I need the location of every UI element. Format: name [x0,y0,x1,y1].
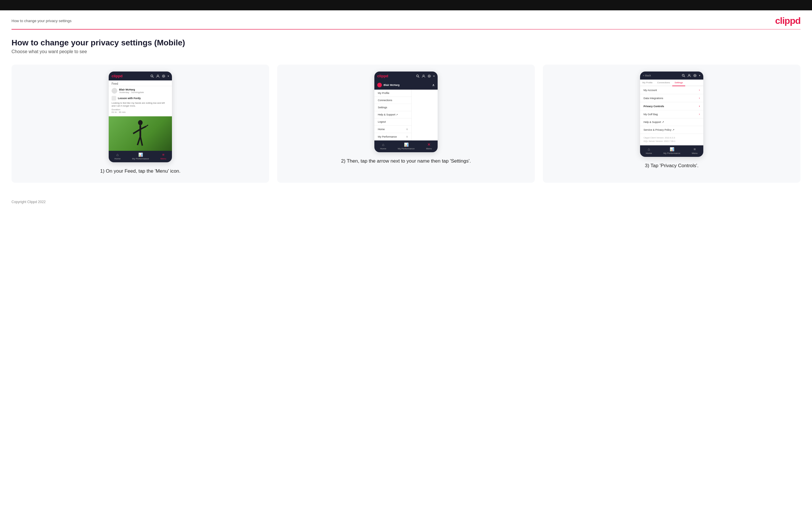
top-bar [0,0,812,10]
phone-1-username: Blair McHarg [119,88,144,91]
user-icon-2 [422,74,425,78]
phone-1-feed-label: Feed [109,80,172,86]
search-icon-3 [682,74,685,77]
svg-line-11 [146,125,148,126]
chevron-right-icon-4: › [699,113,700,116]
phone-1-image [109,116,172,151]
step-1-phone: clippd ▾ Feed Blair McHarg [109,71,172,162]
phone-2-bottom-home: ⌂ Home [380,143,386,150]
chevron-right-icon-2: › [699,97,700,100]
performance-icon-3: 📊 [670,147,674,151]
phone-1-nav-icons: ▾ [150,74,169,78]
menu-item-logout[interactable]: Logout [374,118,411,125]
phone-3-bottom-menu[interactable]: ≡ Menu [692,147,698,155]
user-icon [156,74,160,78]
phone-2-bottom-bar: ⌂ Home 📊 My Performance ✕ Menu [374,140,438,152]
svg-point-16 [428,75,431,77]
phone-1-performance-label: My Performance [132,157,149,160]
phone-1-feed-item: Blair McHarg Yesterday · Sunningdale Les… [109,86,172,116]
menu-item-connections[interactable]: Connections [374,97,411,104]
phone-2-nav-icons: ▾ [416,74,435,78]
phone-1-logo: clippd [111,74,122,78]
step-2-phone: clippd ▾ Blair McHarg ∧ [374,71,438,152]
menu-item-settings[interactable]: Settings [374,104,411,111]
phone-2-bottom-performance: 📊 My Performance [398,143,415,150]
svg-point-12 [417,75,419,77]
close-icon: ✕ [427,142,431,147]
phone-3-performance-label: My Performance [663,152,680,155]
privacy-controls-label: Privacy Controls [644,105,664,108]
svg-point-19 [689,74,690,76]
svg-point-2 [157,75,159,76]
settings-icon [162,74,165,78]
settings-item-service[interactable]: Service & Privacy Policy ↗ [640,126,703,134]
steps-grid: clippd ▾ Feed Blair McHarg [11,65,801,183]
breadcrumb: How to change your privacy settings [11,19,71,23]
menu-icon-3: ≡ [694,147,696,151]
step-1-caption: 1) On your Feed, tap the 'Menu' icon. [100,167,181,175]
tab-my-profile[interactable]: My Profile [640,79,655,86]
service-label: Service & Privacy Policy ↗ [644,128,674,131]
phone-2-username: Blair McHarg [384,83,400,87]
menu-item-my-profile[interactable]: My Profile [374,90,411,97]
phone-2-logo: clippd [377,74,388,78]
phone-1-bottom-bar: ⌂ Home 📊 My Performance ≡ Menu [109,151,172,162]
header: How to change your privacy settings clip… [0,10,812,29]
phone-1-lesson-row: Lesson with Fordy [111,95,169,102]
phone-3-nav-icons: ▾ [682,74,701,77]
phone-1-user-info: Blair McHarg Yesterday · Sunningdale [119,88,144,94]
step-2-caption: 2) Then, tap the arrow next to your name… [341,157,471,165]
menu-item-help-support[interactable]: Help & Support [374,111,411,118]
back-button[interactable]: < Back [643,74,651,77]
svg-point-17 [682,74,684,76]
menu-section-performance[interactable]: My Performance ∨ [374,133,411,140]
user-icon-3 [688,74,691,77]
help-label: Help & Support ↗ [644,121,664,123]
svg-point-21 [694,74,697,77]
svg-point-20 [695,75,696,76]
menu-home-label: Home [378,128,385,131]
phone-1-user-sub: Yesterday · Sunningdale [119,91,144,94]
step-3-caption: 3) Tap 'Privacy Controls'. [645,162,699,169]
phone-1-bottom-performance: 📊 My Performance [132,153,149,160]
svg-line-7 [133,129,140,133]
golf-bag-label: My Golf Bag [644,113,658,116]
page-title: How to change your privacy settings (Mob… [11,38,801,47]
settings-item-golf-bag[interactable]: My Golf Bag › [640,110,703,118]
phone-2-home-label: Home [380,147,386,150]
main-content: How to change your privacy settings (Mob… [0,38,812,194]
phone-3-bottom-home: ⌂ Home [646,147,652,155]
svg-point-3 [163,75,164,77]
svg-point-4 [162,75,165,77]
tab-connections[interactable]: Connections [655,79,672,86]
menu-section-home[interactable]: Home ∨ [374,125,411,133]
phone-3-bottom-bar: ⌂ Home 📊 My Performance ≡ Menu [640,145,703,157]
home-icon-3: ⌂ [648,147,650,151]
chevron-down-icon-2: ∨ [406,135,408,138]
settings-item-privacy-controls[interactable]: Privacy Controls › [640,102,703,110]
step-3-phone: < Back ▾ My Profile Connections Settings [640,71,703,157]
settings-item-my-account[interactable]: My Account › [640,86,703,94]
performance-icon: 📊 [138,153,143,157]
svg-point-5 [138,120,143,125]
phone-1-user-row: Blair McHarg Yesterday · Sunningdale [111,88,169,94]
phone-2-performance-label: My Performance [398,147,415,150]
phone-1-bottom-menu[interactable]: ≡ Menu [160,153,166,160]
phone-2-bottom-menu[interactable]: ✕ Menu [426,142,432,150]
phone-1-nav: clippd ▾ [109,71,172,80]
phone-3-menu-label: Menu [692,152,698,155]
home-icon-2: ⌂ [382,143,385,147]
settings-icon-3 [693,74,697,77]
chevron-right-icon-1: › [699,89,700,92]
settings-item-data-integrations[interactable]: Data Integrations › [640,94,703,102]
phone-1-duration: Duration01 hr : 30 min [111,108,169,115]
phone-1-lesson-text: Looking to feel like my hands are exitin… [111,102,169,108]
settings-item-help[interactable]: Help & Support ↗ [640,118,703,126]
phone-2-menu-label: Menu [426,147,432,150]
phone-3-settings-list: My Account › Data Integrations › Privacy… [640,86,703,145]
phone-3-bottom-performance: 📊 My Performance [663,147,680,155]
tab-settings[interactable]: Settings [672,79,685,86]
phone-2-menu-panel: My Profile Connections Settings Help & S… [374,90,412,140]
svg-line-18 [684,76,685,77]
settings-icon-2 [427,74,431,78]
